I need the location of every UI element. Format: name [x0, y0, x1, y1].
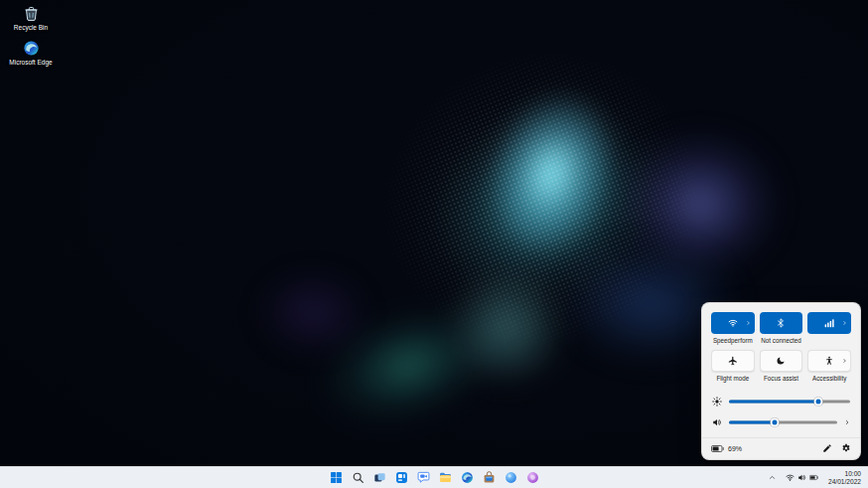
- taskbar-icon-start[interactable]: [327, 469, 345, 487]
- quick-settings-tiles: Speedperform Not connected: [702, 303, 860, 383]
- volume-icon[interactable]: [712, 417, 722, 427]
- mobile-signal-tile[interactable]: [807, 312, 851, 334]
- edit-quick-settings-icon[interactable]: [822, 443, 832, 453]
- desktop: Recycle Bin Microsoft Edge: [0, 0, 868, 488]
- volume-slider-thumb[interactable]: [770, 417, 779, 426]
- battery-percent-label: 69%: [728, 445, 742, 452]
- desktop-icon-microsoft-edge[interactable]: Microsoft Edge: [5, 40, 57, 67]
- desktop-icon-label: Microsoft Edge: [9, 59, 52, 67]
- quick-settings-sliders: [702, 391, 860, 432]
- flight-mode-tile-label: Flight mode: [716, 375, 749, 383]
- chevron-right-icon[interactable]: [842, 321, 847, 326]
- taskbar-icon-skype[interactable]: [502, 469, 519, 487]
- taskbar-icon-task-view[interactable]: [370, 469, 388, 487]
- wifi-icon: [728, 318, 738, 328]
- tray-chevron-up-icon[interactable]: [766, 469, 780, 487]
- taskbar-center: [327, 467, 541, 488]
- quick-settings-footer: 69%: [702, 437, 860, 459]
- qs-cell-focus-assist: Focus assist: [760, 350, 803, 383]
- audio-output-chevron-icon[interactable]: [844, 419, 850, 425]
- taskbar-tray: 10:00 24/01/2022: [766, 467, 865, 488]
- brightness-row: [702, 391, 860, 411]
- taskbar-icon-store[interactable]: [480, 469, 498, 487]
- taskbar-icon-widgets[interactable]: [392, 469, 410, 487]
- battery-status[interactable]: 69%: [711, 444, 742, 453]
- focus-assist-tile-label: Focus assist: [764, 375, 798, 383]
- taskbar-icon-file-explorer[interactable]: [436, 469, 454, 487]
- qs-cell-mobile: [807, 312, 851, 345]
- taskbar: 10:00 24/01/2022: [0, 466, 868, 488]
- flight-mode-tile[interactable]: [711, 350, 755, 372]
- tray-wifi-icon: [786, 473, 795, 482]
- quick-settings-actions: [822, 443, 851, 453]
- desktop-icon-recycle-bin[interactable]: Recycle Bin: [5, 5, 57, 32]
- quick-settings-panel: Speedperform Not connected: [701, 302, 861, 460]
- tray-battery-icon: [809, 473, 818, 482]
- battery-icon: [711, 444, 724, 453]
- edge-icon: [23, 40, 40, 57]
- moon-icon: [776, 356, 786, 366]
- settings-gear-icon[interactable]: [841, 443, 851, 453]
- qs-cell-flight-mode: Flight mode: [711, 350, 755, 383]
- accessibility-tile[interactable]: [807, 350, 851, 372]
- brightness-slider-thumb[interactable]: [814, 397, 823, 406]
- qs-cell-wifi: Speedperform: [711, 312, 755, 345]
- desktop-icon-area: Recycle Bin Microsoft Edge: [5, 5, 57, 66]
- mobile-signal-icon: [824, 318, 834, 328]
- bluetooth-tile-label: Not connected: [761, 337, 801, 345]
- focus-assist-tile[interactable]: [760, 350, 803, 372]
- qs-cell-bluetooth: Not connected: [760, 312, 803, 345]
- bluetooth-tile[interactable]: [760, 312, 803, 334]
- chevron-right-icon[interactable]: [746, 321, 751, 326]
- taskbar-icon-photos[interactable]: [523, 469, 541, 487]
- brightness-icon: [712, 397, 722, 407]
- qs-cell-accessibility: Accessibility: [807, 350, 851, 383]
- airplane-icon: [728, 356, 738, 366]
- volume-row: [702, 411, 860, 432]
- tray-volume-icon: [797, 473, 806, 482]
- chevron-right-icon[interactable]: [842, 359, 847, 364]
- accessibility-icon: [824, 356, 834, 366]
- taskbar-icon-edge[interactable]: [458, 469, 476, 487]
- recycle-bin-icon: [23, 5, 40, 22]
- bluetooth-icon: [776, 318, 786, 328]
- tray-date: 24/01/2022: [828, 478, 861, 486]
- taskbar-icon-search[interactable]: [349, 469, 366, 487]
- wifi-tile[interactable]: [711, 312, 755, 334]
- taskbar-icon-chat[interactable]: [414, 469, 432, 487]
- tray-time: 10:00: [828, 470, 861, 478]
- tray-clock[interactable]: 10:00 24/01/2022: [824, 470, 865, 486]
- desktop-icon-label: Recycle Bin: [14, 24, 48, 32]
- accessibility-tile-label: Accessibility: [812, 375, 846, 383]
- tray-status-cluster[interactable]: [782, 469, 822, 487]
- wifi-tile-label: Speedperform: [713, 337, 753, 345]
- volume-slider[interactable]: [729, 416, 837, 427]
- brightness-slider[interactable]: [729, 396, 850, 407]
